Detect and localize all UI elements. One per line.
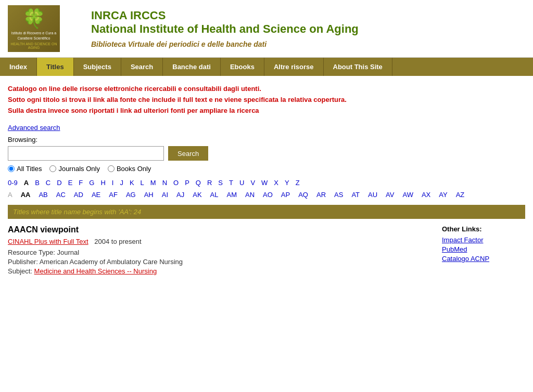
sub-alpha-link-AV[interactable]: AV <box>386 191 394 199</box>
radio-row: All Titles Journals Only Books Only <box>8 165 525 173</box>
sub-alpha-link-AU[interactable]: AU <box>368 191 377 199</box>
sub-alpha-link-AR[interactable]: AR <box>316 191 326 199</box>
sub-alpha-link-AL[interactable]: AL <box>210 191 219 199</box>
cinahl-date: 2004 to present <box>94 238 141 245</box>
alpha-link-Z[interactable]: Z <box>296 179 300 187</box>
main-nav: Index Titles Subjects Search Banche dati… <box>0 58 533 76</box>
sub-alpha-link-AO[interactable]: AO <box>263 191 273 199</box>
nav-item-titles[interactable]: Titles <box>37 58 74 76</box>
alpha-link-G[interactable]: G <box>89 179 94 187</box>
catalogo-acnp-link[interactable]: Catalogo ACNP <box>442 255 525 263</box>
intro-line1: Catalogo on line delle risorse elettroni… <box>8 84 525 95</box>
alpha-link-O[interactable]: O <box>173 179 179 187</box>
sub-alpha-link-AJ[interactable]: AJ <box>176 191 184 199</box>
alpha-link-N[interactable]: N <box>162 179 167 187</box>
alphabet-main: 0-9 A B C D E F G H I J K L M N O P Q R … <box>8 179 525 187</box>
alpha-link-M[interactable]: M <box>150 179 156 187</box>
sub-alpha-link-AP[interactable]: AP <box>281 191 290 199</box>
radio-all-titles-label: All Titles <box>17 165 42 173</box>
alpha-link-S[interactable]: S <box>218 179 223 187</box>
nav-item-banche-dati[interactable]: Banche dati <box>163 58 221 76</box>
pubmed-link[interactable]: PubMed <box>442 245 525 253</box>
alpha-link-T[interactable]: T <box>229 179 233 187</box>
alpha-link-Q[interactable]: Q <box>196 179 201 187</box>
alpha-link-R[interactable]: R <box>207 179 212 187</box>
site-subtitle: Biblioteca Virtuale dei periodici e dell… <box>91 40 359 48</box>
radio-journals-label: Journals Only <box>58 165 99 173</box>
header-title-area: INRCA IRCCS National Institute of Health… <box>91 9 359 48</box>
intro-line2: Sotto ogni titolo si trova il link alla … <box>8 95 525 106</box>
sub-alpha-link-AD[interactable]: AD <box>74 191 83 199</box>
radio-all-titles[interactable]: All Titles <box>8 165 42 173</box>
sub-alpha-link-AI[interactable]: AI <box>162 191 168 199</box>
advanced-search-link[interactable]: Advanced search <box>8 124 525 132</box>
source-row: CINAHL Plus with Full Text 2004 to prese… <box>8 238 442 245</box>
radio-books-label: Books Only <box>117 165 151 173</box>
alpha-link-C[interactable]: C <box>46 179 50 187</box>
nav-item-altre-risorse[interactable]: Altre risorse <box>264 58 324 76</box>
sub-alpha-link-AM[interactable]: AM <box>226 191 237 199</box>
sub-alpha-link-AK[interactable]: AK <box>193 191 201 199</box>
title-left: AAACN viewpoint CINAHL Plus with Full Te… <box>8 225 442 275</box>
alpha-link-X[interactable]: X <box>274 179 278 187</box>
radio-books-only[interactable]: Books Only <box>108 165 151 173</box>
title-name: AAACN viewpoint <box>8 225 442 234</box>
sub-alpha-link-AB[interactable]: AB <box>39 191 47 199</box>
sub-alpha-link-AC[interactable]: AC <box>56 191 66 199</box>
logo-bottom-text: HEALTH AND SCIENCE ON AGING <box>8 42 60 49</box>
alpha-link-K[interactable]: K <box>130 179 134 187</box>
sub-alpha-link-AX[interactable]: AX <box>422 191 430 199</box>
alpha-link-L[interactable]: L <box>141 179 144 187</box>
subject-link[interactable]: Medicine and Health Sciences -- Nursing <box>34 267 157 275</box>
alpha-link-E[interactable]: E <box>68 179 73 187</box>
alpha-link-W[interactable]: W <box>261 179 268 187</box>
sub-alpha-link-AH[interactable]: AH <box>144 191 154 199</box>
sub-alpha-link-AT[interactable]: AT <box>351 191 360 199</box>
alpha-link-H[interactable]: H <box>100 179 105 187</box>
title-count-bar: Titles where title name begins with 'AA'… <box>8 205 525 219</box>
publisher: Publisher: American Academy of Ambulator… <box>8 258 442 266</box>
sub-alpha-link-AE[interactable]: AE <box>92 191 100 199</box>
sub-alpha-current-AA: AA <box>21 191 31 199</box>
other-links: Other Links: Impact Factor PubMed Catalo… <box>442 225 525 275</box>
sub-alpha-link-AS[interactable]: AS <box>334 191 343 199</box>
sub-alpha-link-AG[interactable]: AG <box>126 191 136 199</box>
cinahl-link[interactable]: CINAHL Plus with Full Text <box>8 238 88 245</box>
alpha-link-U[interactable]: U <box>239 179 244 187</box>
sub-alpha-link-AZ[interactable]: AZ <box>456 191 465 199</box>
logo-area: 🍀 Istituto di Ricovero e Cura a Caratter… <box>8 5 81 52</box>
title-entry: AAACN viewpoint CINAHL Plus with Full Te… <box>8 225 525 275</box>
impact-factor-link[interactable]: Impact Factor <box>442 236 525 244</box>
sub-alpha-link-AQ[interactable]: AQ <box>298 191 308 199</box>
alpha-link-V[interactable]: V <box>250 179 255 187</box>
resource-type: Resource Type: Journal <box>8 249 442 256</box>
search-input[interactable] <box>8 146 164 161</box>
nav-item-subjects[interactable]: Subjects <box>74 58 121 76</box>
intro-text: Catalogo on line delle risorse elettroni… <box>8 84 525 116</box>
alpha-link-D[interactable]: D <box>57 179 61 187</box>
logo-leaf-icon: 🍀 <box>22 8 46 30</box>
sub-alpha-link-AY[interactable]: AY <box>439 191 447 199</box>
alpha-link-P[interactable]: P <box>185 179 189 187</box>
search-button[interactable]: Search <box>168 146 208 161</box>
alpha-link-F[interactable]: F <box>79 179 83 187</box>
sub-alpha-link-AN[interactable]: AN <box>245 191 255 199</box>
nav-item-about[interactable]: About This Site <box>324 58 392 76</box>
logo-box: 🍀 Istituto di Ricovero e Cura a Caratter… <box>8 5 60 52</box>
nav-item-index[interactable]: Index <box>0 58 37 76</box>
alpha-link-Y[interactable]: Y <box>285 179 289 187</box>
sub-alpha-link-AF[interactable]: AF <box>109 191 118 199</box>
logo-institute-text: Istituto di Ricovero e Cura a Carattere … <box>8 31 60 40</box>
nav-item-ebooks[interactable]: Ebooks <box>221 58 264 76</box>
nav-item-search[interactable]: Search <box>121 58 163 76</box>
main-content: Catalogo on line delle risorse elettroni… <box>0 76 533 283</box>
page-header: 🍀 Istituto di Ricovero e Cura a Caratter… <box>0 0 533 58</box>
other-links-label: Other Links: <box>442 225 525 233</box>
alpha-link-I[interactable]: I <box>112 179 114 187</box>
alpha-link-0-9[interactable]: 0-9 <box>8 179 18 187</box>
radio-journals-only[interactable]: Journals Only <box>49 165 99 173</box>
subject-row: Subject: Medicine and Health Sciences --… <box>8 267 442 275</box>
alpha-link-B[interactable]: B <box>35 179 40 187</box>
alpha-link-J[interactable]: J <box>120 179 123 187</box>
sub-alpha-link-AW[interactable]: AW <box>402 191 413 199</box>
